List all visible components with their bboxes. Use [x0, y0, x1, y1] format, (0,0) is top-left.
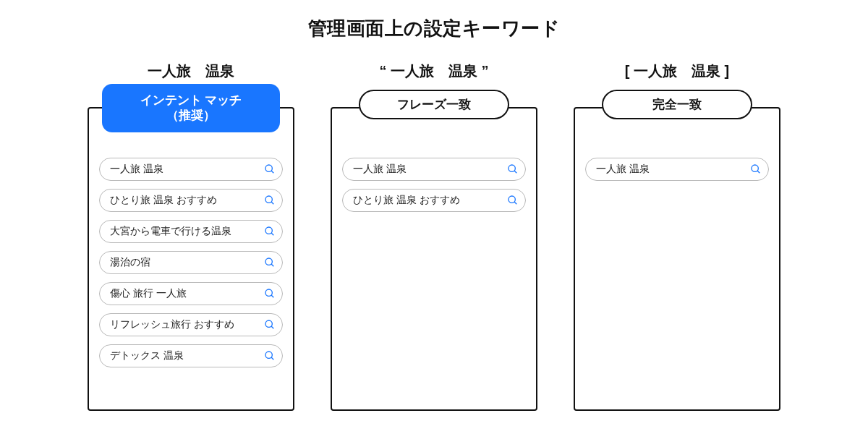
search-icon: [749, 163, 762, 176]
match-type-tab: インテント マッチ （推奨）: [102, 84, 280, 132]
card: 完全一致 一人旅 温泉: [574, 107, 780, 411]
search-icon: [506, 163, 519, 176]
svg-point-6: [265, 258, 272, 265]
svg-point-18: [752, 165, 758, 171]
svg-line-15: [514, 171, 516, 173]
page-title: 管理画面上の設定キーワード: [0, 16, 868, 41]
query-text: 一人旅 温泉: [596, 163, 650, 176]
search-icon: [263, 194, 276, 207]
search-icon: [263, 163, 276, 176]
column-keyword: [ 一人旅 温泉 ]: [574, 61, 780, 81]
column-exact-match: [ 一人旅 温泉 ] 完全一致 一人旅 温泉: [574, 61, 780, 411]
svg-line-3: [271, 202, 273, 204]
search-query: デトックス 温泉: [99, 344, 283, 367]
query-text: デトックス 温泉: [110, 349, 184, 362]
query-text: 傷心 旅行 一人旅: [110, 287, 187, 300]
search-query: 一人旅 温泉: [342, 158, 526, 181]
query-list: 一人旅 温泉: [585, 158, 769, 181]
search-query: ひとり旅 温泉 おすすめ: [342, 189, 526, 212]
search-query: ひとり旅 温泉 おすすめ: [99, 189, 283, 212]
query-text: 一人旅 温泉: [110, 163, 163, 176]
column-intent-match: 一人旅 温泉 インテント マッチ （推奨） 一人旅 温泉 ひとり旅 温泉 おすす…: [88, 61, 294, 411]
svg-point-8: [265, 289, 272, 296]
search-icon: [263, 318, 276, 331]
svg-point-14: [509, 165, 515, 171]
search-icon: [263, 256, 276, 269]
search-query: 一人旅 温泉: [99, 158, 283, 181]
svg-line-19: [757, 171, 760, 173]
column-keyword: 一人旅 温泉: [88, 61, 294, 81]
query-text: 一人旅 温泉: [353, 163, 407, 176]
column-keyword: “ 一人旅 温泉 ”: [331, 61, 537, 81]
page-root: 管理画面上の設定キーワード 一人旅 温泉 インテント マッチ （推奨） 一人旅 …: [0, 0, 868, 434]
svg-line-13: [271, 357, 273, 359]
query-text: ひとり旅 温泉 おすすめ: [353, 194, 460, 207]
search-query: 一人旅 温泉: [585, 158, 769, 181]
svg-point-16: [509, 196, 515, 203]
column-phrase-match: “ 一人旅 温泉 ” フレーズ一致 一人旅 温泉 ひとり旅 温泉 おすすめ: [331, 61, 537, 411]
match-type-tab: 完全一致: [602, 90, 752, 119]
svg-point-12: [265, 352, 272, 358]
query-list: 一人旅 温泉 ひとり旅 温泉 おすすめ 大宮から電車で行ける温泉 湯治の宿: [99, 158, 283, 367]
query-text: 大宮から電車で行ける温泉: [110, 225, 231, 238]
svg-point-2: [265, 196, 272, 203]
search-query: 湯治の宿: [99, 251, 283, 274]
svg-line-11: [271, 326, 273, 328]
search-icon: [506, 194, 519, 207]
query-text: リフレッシュ旅行 おすすめ: [110, 318, 234, 331]
search-query: リフレッシュ旅行 おすすめ: [99, 313, 283, 336]
search-query: 大宮から電車で行ける温泉: [99, 220, 283, 243]
match-type-tab: フレーズ一致: [359, 90, 509, 119]
columns-wrapper: 一人旅 温泉 インテント マッチ （推奨） 一人旅 温泉 ひとり旅 温泉 おすす…: [0, 61, 868, 411]
search-icon: [263, 287, 276, 300]
svg-line-1: [271, 171, 273, 173]
card: インテント マッチ （推奨） 一人旅 温泉 ひとり旅 温泉 おすすめ 大宮から電…: [88, 107, 294, 411]
svg-point-0: [265, 165, 272, 171]
query-text: 湯治の宿: [110, 256, 150, 269]
svg-line-9: [271, 295, 273, 297]
search-icon: [263, 225, 276, 238]
search-icon: [263, 349, 276, 362]
search-query: 傷心 旅行 一人旅: [99, 282, 283, 305]
svg-line-5: [271, 233, 273, 235]
query-text: ひとり旅 温泉 おすすめ: [110, 194, 217, 207]
svg-line-7: [271, 264, 273, 266]
svg-point-10: [265, 320, 272, 327]
query-list: 一人旅 温泉 ひとり旅 温泉 おすすめ: [342, 158, 526, 212]
svg-point-4: [265, 227, 272, 234]
svg-line-17: [514, 202, 516, 204]
card: フレーズ一致 一人旅 温泉 ひとり旅 温泉 おすすめ: [331, 107, 537, 411]
